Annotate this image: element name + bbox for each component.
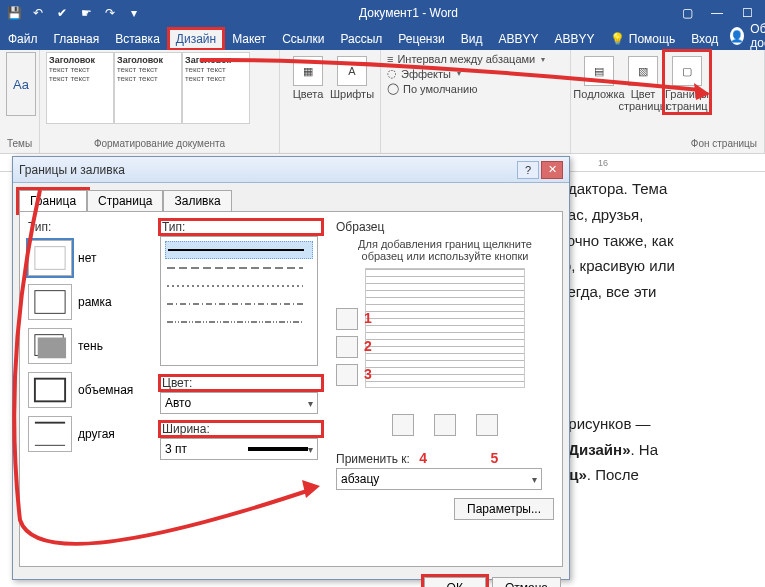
colors-fonts-group: ▦Цвета AШрифты (280, 50, 381, 153)
minimize-icon[interactable]: — (703, 2, 731, 24)
color-dropdown[interactable]: Авто▾ (160, 392, 318, 414)
style-label: Тип: (160, 220, 322, 234)
cancel-button[interactable]: Отмена (492, 577, 561, 587)
width-dropdown[interactable]: 3 пт▾ (160, 438, 318, 460)
hmid-edge-button[interactable] (336, 336, 358, 358)
setting-3d[interactable]: объемная (28, 372, 146, 408)
ribbon-options-icon[interactable]: ▢ (673, 2, 701, 24)
maximize-icon[interactable]: ☐ (733, 2, 761, 24)
window-title: Документ1 - Word (144, 6, 673, 20)
dialog-tab-border[interactable]: Граница (19, 190, 87, 212)
ribbon-tabs: Файл Главная Вставка Дизайн Макет Ссылки… (0, 26, 765, 50)
font-icon: A (337, 56, 367, 86)
tab-file[interactable]: Файл (0, 28, 46, 50)
tab-design[interactable]: Дизайн (168, 28, 224, 50)
spellcheck-icon[interactable]: ✔ (52, 3, 72, 23)
tab-mailings[interactable]: Рассыл (332, 28, 390, 50)
tab-references[interactable]: Ссылки (274, 28, 332, 50)
stylecard[interactable]: Заголовоктекст текст текст текст (46, 52, 114, 124)
dialog-tabs: Граница Страница Заливка (13, 183, 569, 211)
bottom-edge-button[interactable] (336, 364, 358, 386)
themes-button[interactable]: Aа (6, 52, 36, 116)
page-borders-button[interactable]: ▢Границы страниц (665, 52, 709, 112)
tab-abbyy1[interactable]: ABBYY (490, 28, 546, 50)
redo-icon[interactable]: ↷ (100, 3, 120, 23)
edge-buttons-bottom (336, 414, 554, 436)
doc-line: ю, красивую или (560, 255, 765, 277)
dialog-help-icon[interactable]: ? (517, 161, 539, 179)
page-color-button[interactable]: ▧Цвет страницы (621, 52, 665, 112)
sample-label: Образец (336, 220, 554, 234)
edge-buttons-left (336, 308, 358, 386)
top-edge-button[interactable] (336, 308, 358, 330)
tab-signin[interactable]: Вход (683, 28, 726, 50)
tab-abbyy2[interactable]: ABBYY (546, 28, 602, 50)
effects-icon: ◌ (387, 67, 397, 80)
watermark-icon: ▤ (584, 56, 614, 86)
none-icon (28, 240, 72, 276)
tab-insert[interactable]: Вставка (107, 28, 168, 50)
doc-line: вас, друзья, (560, 204, 765, 226)
shadow-icon (28, 328, 72, 364)
set-default-button[interactable]: ◯По умолчанию (387, 81, 564, 96)
custom-icon (28, 416, 72, 452)
vmid-edge-button[interactable] (434, 414, 456, 436)
tab-review[interactable]: Рецензи (390, 28, 452, 50)
tab-layout[interactable]: Макет (224, 28, 274, 50)
styleset-gallery[interactable]: Заголовоктекст текст текст текст Заголов… (46, 52, 273, 124)
window-controls: ▢ — ☐ (673, 2, 761, 24)
border-style-column: Тип: Цвет: Авто▾ Ширина: 3 пт▾ (160, 220, 322, 460)
user-icon: 👤 (730, 27, 744, 45)
bggroup-label: Фон страницы (691, 138, 757, 151)
touch-icon[interactable]: ☛ (76, 3, 96, 23)
marker-4: 4 (419, 450, 427, 466)
stylecard[interactable]: Заголовоктекст текст текст текст (114, 52, 182, 124)
color-label: Цвет: (160, 376, 322, 390)
undo-icon[interactable]: ↶ (28, 3, 48, 23)
effects-button[interactable]: ◌Эффекты▾ (387, 66, 564, 81)
preview-pane[interactable] (365, 268, 525, 388)
share-button[interactable]: 👤 Общий досту (726, 22, 765, 50)
default-icon: ◯ (387, 82, 399, 95)
doc-line: сегда, все эти (560, 281, 765, 303)
apply-to-row: Применить к: 4 5 абзацу▾ (336, 450, 554, 490)
paragraph-spacing-button[interactable]: ≡Интервал между абзацами▾ (387, 52, 564, 66)
save-icon[interactable]: 💾 (4, 3, 24, 23)
dialog-title: Границы и заливка (19, 163, 125, 177)
borders-dialog: Границы и заливка ? ✕ Граница Страница З… (12, 156, 570, 580)
dialog-titlebar: Границы и заливка ? ✕ (13, 157, 569, 183)
style-listbox[interactable] (160, 236, 318, 366)
watermark-button[interactable]: ▤Подложка (577, 52, 621, 100)
left-edge-button[interactable] (392, 414, 414, 436)
share-label: Общий досту (750, 22, 765, 50)
stylecard[interactable]: Заголовоктекст текст текст текст (182, 52, 250, 124)
themes-group: Aа Темы (0, 50, 40, 153)
marker-5: 5 (490, 450, 498, 466)
dialog-body: Тип: нет рамка тень объемная другая Тип:… (19, 211, 563, 567)
setting-box[interactable]: рамка (28, 284, 146, 320)
setting-none[interactable]: нет (28, 240, 146, 276)
svg-rect-4 (35, 379, 65, 402)
fonts-button[interactable]: AШрифты (330, 52, 374, 100)
options-button[interactable]: Параметры... (454, 498, 554, 520)
dialog-footer: ОК Отмена (13, 573, 569, 587)
tab-home[interactable]: Главная (46, 28, 108, 50)
setting-shadow[interactable]: тень (28, 328, 146, 364)
qat-more-icon[interactable]: ▾ (124, 3, 144, 23)
page-background-group: ▤Подложка ▧Цвет страницы ▢Границы страни… (571, 50, 765, 153)
setting-custom[interactable]: другая (28, 416, 146, 452)
title-bar: 💾 ↶ ✔ ☛ ↷ ▾ Документ1 - Word ▢ — ☐ (0, 0, 765, 26)
doc-line: иц». После (560, 464, 765, 486)
colors-button[interactable]: ▦Цвета (286, 52, 330, 100)
tab-help[interactable]: 💡 Помощь (602, 28, 683, 50)
svg-rect-1 (35, 291, 65, 314)
paragraph-group: ≡Интервал между абзацами▾ ◌Эффекты▾ ◯По … (381, 50, 571, 153)
quick-access-toolbar: 💾 ↶ ✔ ☛ ↷ ▾ (4, 3, 144, 23)
dialog-tab-fill[interactable]: Заливка (163, 190, 231, 212)
dialog-tab-page[interactable]: Страница (87, 190, 163, 212)
ok-button[interactable]: ОК (424, 577, 486, 587)
right-edge-button[interactable] (476, 414, 498, 436)
tab-view[interactable]: Вид (453, 28, 491, 50)
apply-to-dropdown[interactable]: абзацу▾ (336, 468, 542, 490)
dialog-close-icon[interactable]: ✕ (541, 161, 563, 179)
